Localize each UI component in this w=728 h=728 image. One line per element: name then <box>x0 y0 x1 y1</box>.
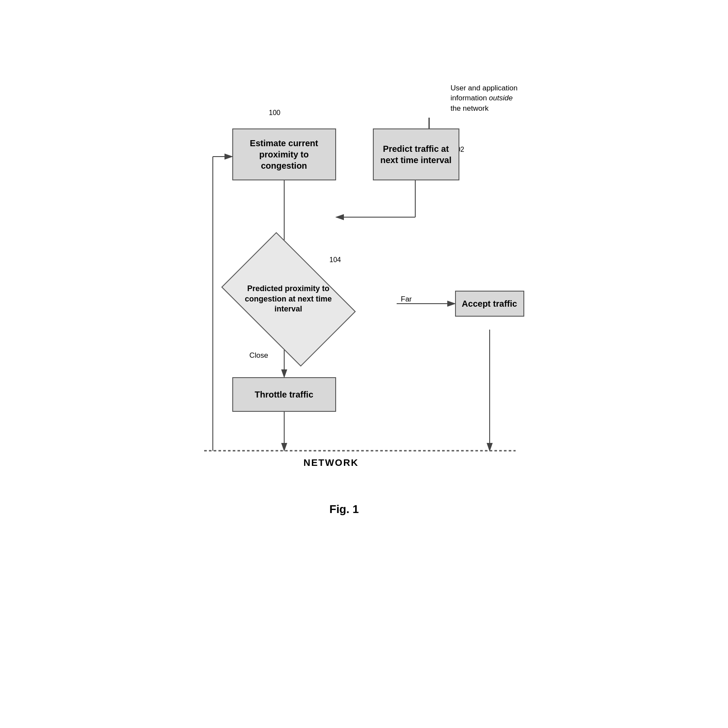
accept-box: Accept traffic <box>455 291 524 317</box>
fig-label: Fig. 1 <box>330 503 359 516</box>
diagram: 100 Estimate current proximity to conges… <box>170 61 559 667</box>
diamond-decision: Predicted proximity to congestion at nex… <box>228 256 349 343</box>
throttle-box: Throttle traffic <box>232 377 336 412</box>
ref-100: 100 <box>269 109 281 117</box>
annotation: User and application information outside… <box>451 83 537 114</box>
diamond-label: Predicted proximity to congestion at nex… <box>237 284 340 314</box>
far-label: Far <box>401 295 412 304</box>
arrows-svg <box>170 61 559 667</box>
predict-box: Predict traffic at next time interval <box>373 128 459 180</box>
close-label: Close <box>250 351 268 360</box>
estimate-box: Estimate current proximity to congestion <box>232 128 336 180</box>
network-label: NETWORK <box>304 457 359 468</box>
